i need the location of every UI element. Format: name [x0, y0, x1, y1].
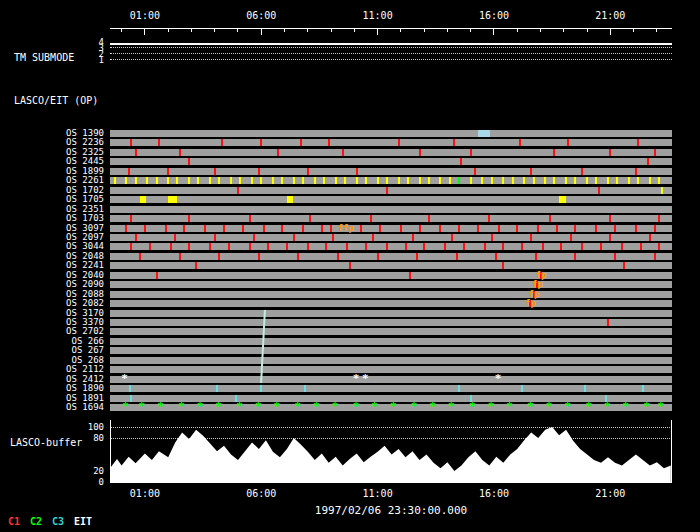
event-tick [574, 177, 576, 184]
event-tick [360, 225, 362, 232]
time-axis-label: 16:00 [479, 10, 509, 21]
event-tick [628, 177, 630, 184]
event-tick [335, 177, 337, 184]
event-tick [258, 253, 260, 260]
legend-item-c1: C1 [8, 516, 20, 527]
time-axis-tick [656, 29, 657, 32]
event-tick [649, 177, 651, 184]
event-tick [302, 225, 304, 232]
event-tick [365, 243, 367, 250]
event-text-flag: ffp [338, 224, 354, 233]
event-asterisk: * [390, 402, 397, 412]
timeline-row-label: OS 1705 [0, 195, 104, 204]
event-tick [209, 177, 211, 184]
buffer-ytick-label: 80 [74, 433, 104, 443]
event-tick [481, 177, 483, 184]
event-tick [346, 243, 348, 250]
event-tick [377, 177, 379, 184]
timeline-row-label: OS 2241 [0, 261, 104, 270]
event-asterisk: * [658, 402, 665, 412]
time-axis-tick [354, 29, 355, 32]
event-asterisk: * [371, 402, 378, 412]
event-tick [623, 262, 625, 269]
event-tick [439, 225, 441, 232]
event-block [140, 196, 146, 203]
lasco-buffer-label: LASCO-buffer [10, 437, 82, 448]
time-axis-tick [121, 29, 122, 32]
timeline-row-bar [110, 310, 672, 317]
time-axis-tick [191, 29, 192, 32]
tm-submode-label: TM SUBMODE [14, 52, 74, 63]
timeline-row-bar [110, 225, 672, 232]
buffer-area-chart [110, 420, 672, 482]
event-tick [609, 215, 611, 222]
event-tick [332, 234, 334, 241]
event-tick [209, 243, 211, 250]
event-asterisk: * [332, 402, 339, 412]
event-tick [125, 177, 127, 184]
event-tick [188, 177, 190, 184]
event-tick [616, 177, 618, 184]
event-tick [491, 177, 493, 184]
timeline-row-bar [110, 338, 672, 345]
event-tick [321, 225, 323, 232]
timeline-row-bar [110, 347, 672, 354]
timeline-row-label: OS 2082 [0, 299, 104, 308]
event-asterisk: * [585, 402, 592, 412]
event-tick [267, 243, 269, 250]
time-axis-tick [144, 476, 145, 482]
event-tick [242, 225, 244, 232]
event-tick [521, 243, 523, 250]
event-asterisk: * [546, 402, 553, 412]
event-tick [293, 234, 295, 241]
event-tick [293, 177, 295, 184]
time-axis-tick [354, 479, 355, 482]
event-tick [139, 253, 141, 260]
event-tick [204, 225, 206, 232]
event-asterisk: * [604, 402, 611, 412]
event-tick [179, 149, 181, 156]
event-tick [521, 385, 523, 392]
timeline-row-bar [110, 385, 672, 392]
event-tick [463, 243, 465, 250]
event-tick [470, 149, 472, 156]
event-tick [167, 177, 169, 184]
event-tick [323, 177, 325, 184]
event-tick [167, 168, 169, 175]
time-axis-tick [610, 476, 611, 482]
event-tick [158, 139, 160, 146]
event-tick [300, 139, 302, 146]
event-asterisk: * [488, 402, 495, 412]
event-tick [309, 215, 311, 222]
event-tick [488, 215, 490, 222]
event-tick [484, 243, 486, 250]
event-tick [130, 395, 132, 402]
time-axis-tick [144, 29, 145, 35]
event-tick [456, 253, 458, 260]
timeline-row-bar [110, 234, 672, 241]
event-block [559, 196, 566, 203]
event-tick [197, 177, 199, 184]
event-tick [419, 149, 421, 156]
event-tick [574, 225, 576, 232]
event-tick [228, 243, 230, 250]
event-asterisk: * [255, 402, 262, 412]
event-tick [609, 234, 611, 241]
time-axis-tick [470, 29, 471, 32]
event-tick [281, 177, 283, 184]
timeline-row-bar [110, 357, 672, 364]
event-tick [156, 272, 158, 279]
event-tick [370, 215, 372, 222]
time-axis-tick [237, 479, 238, 482]
buffer-area-fill [110, 427, 671, 482]
event-tick [170, 243, 172, 250]
time-axis-label: 16:00 [479, 488, 509, 499]
event-tick [556, 225, 558, 232]
time-axis-tick [633, 29, 634, 32]
event-asterisk: * [215, 402, 222, 412]
event-tick [581, 243, 583, 250]
event-tick [272, 177, 274, 184]
event-tick [640, 243, 642, 250]
tm-submode-gridline [110, 53, 672, 54]
event-tick [214, 234, 216, 241]
